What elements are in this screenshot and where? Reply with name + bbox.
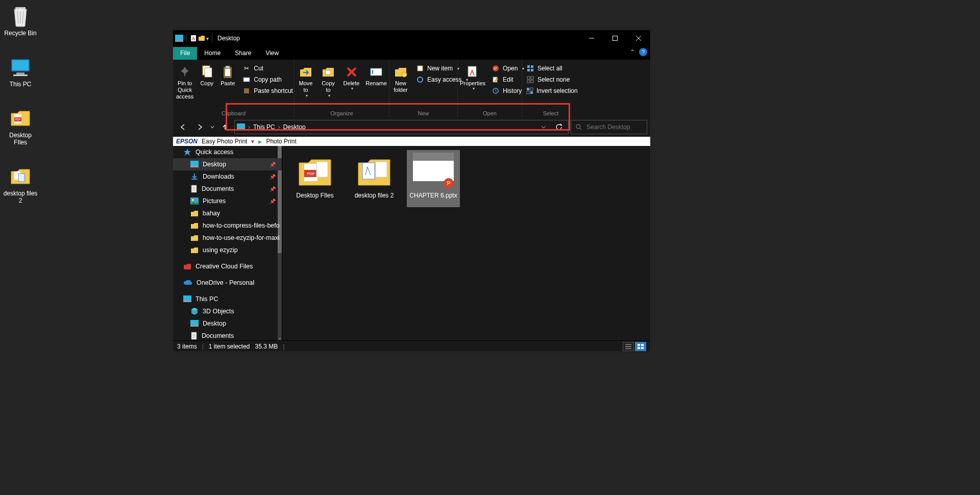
delete-button[interactable]: Delete▾ bbox=[339, 62, 363, 98]
navpane-item-desktop[interactable]: Desktop bbox=[173, 317, 282, 330]
desktop-icon-recycle-bin[interactable]: Recycle Bin bbox=[2, 5, 39, 37]
recent-locations-button[interactable] bbox=[209, 120, 216, 134]
move-to-button[interactable]: Move to▾ bbox=[295, 62, 317, 98]
rename-button[interactable]: Rename bbox=[363, 62, 389, 98]
navpane-item-bahay[interactable]: bahay bbox=[173, 207, 282, 219]
pc-icon bbox=[183, 295, 191, 303]
copy-button[interactable]: Copy bbox=[197, 62, 217, 100]
svg-rect-75 bbox=[376, 162, 387, 177]
file-item-desktop-files-2[interactable]: desktop files 2 bbox=[348, 150, 401, 207]
desktop-icon-this-pc[interactable]: This PC bbox=[2, 56, 39, 88]
copy-to-button[interactable]: Copy to▾ bbox=[317, 62, 339, 98]
navpane-item-creative-cloud-files[interactable]: Creative Cloud Files bbox=[173, 260, 282, 273]
status-bar: 3 items | 1 item selected 35.3 MB | bbox=[173, 340, 650, 352]
download-icon bbox=[190, 172, 199, 181]
breadcrumb-this-pc[interactable]: This PC› bbox=[253, 123, 281, 131]
navpane-item-3d-objects[interactable]: 3D Objects bbox=[173, 305, 282, 317]
qa-dropdown-icon[interactable]: ▾ bbox=[206, 36, 209, 41]
navpane-item-documents[interactable]: Documents bbox=[173, 330, 282, 340]
forward-button[interactable] bbox=[192, 120, 207, 134]
breadcrumb-desktop[interactable]: Desktop bbox=[283, 123, 306, 131]
close-button[interactable] bbox=[627, 30, 650, 46]
navigation-pane[interactable]: ⌄ Quick accessDesktop📌Downloads📌Document… bbox=[173, 146, 282, 340]
file-item-desktop-files[interactable]: PDFDesktop FIles bbox=[288, 150, 341, 207]
svg-rect-49 bbox=[237, 123, 245, 129]
invert-selection-button[interactable]: Invert selection bbox=[522, 85, 579, 96]
copy-path-button[interactable]: Copy path bbox=[238, 74, 297, 85]
tab-file[interactable]: File bbox=[173, 47, 197, 60]
svg-rect-23 bbox=[244, 88, 249, 93]
address-dropdown-button[interactable] bbox=[536, 120, 551, 134]
navpane-item-using-ezyzip[interactable]: using ezyzip bbox=[173, 244, 282, 256]
copy-to-icon bbox=[320, 64, 336, 80]
tab-share[interactable]: Share bbox=[228, 47, 258, 60]
pin-to-quick-access-button[interactable]: Pin to Quick access bbox=[173, 62, 197, 100]
desktop-icon-desktop-files-2[interactable]: desktop files 2 bbox=[2, 165, 39, 204]
qa-folder-icon[interactable] bbox=[198, 35, 205, 42]
file-thumbnail: P bbox=[412, 153, 455, 190]
file-item-chapter-6-pptx[interactable]: PCHAPTER 6.pptx bbox=[407, 150, 460, 207]
icons-view-button[interactable] bbox=[635, 342, 646, 351]
ribbon-group-select: Select bbox=[522, 110, 579, 116]
navpane-item-onedrive-personal[interactable]: OneDrive - Personal bbox=[173, 277, 282, 289]
desktop-icon bbox=[190, 161, 199, 168]
cut-icon: ✂ bbox=[242, 64, 251, 72]
tab-home[interactable]: Home bbox=[197, 47, 228, 60]
navpane-item-label: 3D Objects bbox=[203, 308, 234, 315]
paste-button[interactable]: Paste bbox=[217, 62, 238, 100]
properties-button[interactable]: Properties▾ bbox=[458, 62, 487, 96]
minimize-button[interactable] bbox=[580, 30, 603, 46]
epson-toolbar[interactable]: EPSON Easy Photo Print ▾ ▸ Photo Print bbox=[173, 137, 650, 146]
epson-easy-photo-print[interactable]: Easy Photo Print bbox=[202, 138, 247, 145]
titlebar[interactable]: ▾ Desktop bbox=[173, 30, 650, 46]
epson-dropdown-icon[interactable]: ▾ bbox=[251, 138, 254, 145]
up-button[interactable] bbox=[218, 120, 232, 134]
svg-rect-2 bbox=[12, 60, 29, 70]
navpane-item-desktop[interactable]: Desktop📌 bbox=[173, 158, 282, 170]
svg-rect-64 bbox=[190, 320, 199, 325]
tab-view[interactable]: View bbox=[258, 47, 286, 60]
address-bar[interactable]: › This PC› Desktop bbox=[234, 120, 569, 134]
desktop-icon-label: Recycle Bin bbox=[4, 30, 36, 37]
navpane-item-pictures[interactable]: Pictures📌 bbox=[173, 195, 282, 207]
navpane-item-label: Downloads bbox=[203, 173, 234, 180]
collapse-ribbon-icon[interactable]: ⌃ bbox=[630, 48, 635, 56]
navpane-item-label: how-to-use-ezyzip-for-maxi bbox=[203, 234, 280, 241]
select-none-button[interactable]: Select none bbox=[522, 74, 579, 85]
svg-rect-53 bbox=[190, 161, 199, 166]
new-folder-button[interactable]: New folder bbox=[389, 62, 412, 93]
qa-properties-icon[interactable] bbox=[190, 35, 197, 42]
cut-button[interactable]: ✂Cut bbox=[238, 63, 297, 74]
search-box[interactable] bbox=[571, 120, 647, 134]
svg-rect-65 bbox=[190, 325, 199, 327]
epson-photo-print[interactable]: Photo Print bbox=[266, 138, 296, 145]
breadcrumb-root[interactable]: › bbox=[247, 123, 251, 131]
search-input[interactable] bbox=[586, 123, 643, 131]
back-button[interactable] bbox=[176, 120, 190, 134]
new-item-icon bbox=[416, 64, 424, 72]
folder-icon bbox=[190, 210, 199, 217]
navpane-item-this-pc[interactable]: This PC bbox=[173, 293, 282, 305]
help-icon[interactable]: ? bbox=[639, 48, 647, 56]
navpane-item-documents[interactable]: Documents📌 bbox=[173, 183, 282, 195]
epson-play-icon[interactable]: ▸ bbox=[258, 137, 262, 145]
paste-shortcut-icon bbox=[242, 87, 251, 95]
navpane-item-label: Desktop bbox=[203, 161, 226, 168]
navpane-item-quick-access[interactable]: Quick access bbox=[173, 146, 282, 158]
navpane-item-how-to-compress-files-befo[interactable]: how-to-compress-files-befo bbox=[173, 219, 282, 232]
navpane-item-downloads[interactable]: Downloads📌 bbox=[173, 170, 282, 183]
navpane-item-label: Creative Cloud Files bbox=[195, 263, 253, 270]
svg-rect-39 bbox=[527, 69, 530, 71]
ribbon-group-open: Open bbox=[458, 110, 522, 116]
paste-shortcut-button[interactable]: Paste shortcut bbox=[238, 85, 297, 96]
details-view-button[interactable] bbox=[623, 342, 634, 351]
content-area[interactable]: PDFDesktop FIlesdesktop files 2PCHAPTER … bbox=[282, 146, 650, 340]
desktop-icon-desktop-files[interactable]: PDF Desktop FIles bbox=[2, 107, 39, 146]
navpane-item-how-to-use-ezyzip-for-maxi[interactable]: how-to-use-ezyzip-for-maxi bbox=[173, 232, 282, 244]
doc-icon bbox=[190, 332, 198, 340]
navpane-item-label: how-to-compress-files-befo bbox=[203, 222, 280, 229]
easy-access-icon bbox=[416, 76, 424, 84]
refresh-button[interactable] bbox=[552, 120, 566, 134]
select-all-button[interactable]: Select all bbox=[522, 63, 579, 74]
maximize-button[interactable] bbox=[603, 30, 627, 46]
